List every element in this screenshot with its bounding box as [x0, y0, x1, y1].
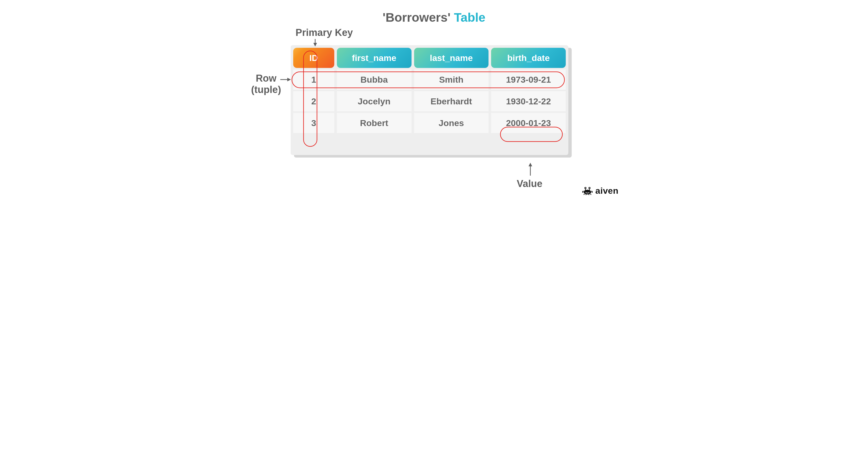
cell-birth-date-1: 1930-12-22	[491, 91, 566, 111]
svg-point-9	[589, 188, 590, 188]
diagram-title: 'Borrowers' Table	[240, 10, 628, 25]
cell-last-name-2: Jones	[414, 113, 489, 133]
header-id: ID	[293, 48, 334, 68]
crab-icon	[582, 187, 593, 195]
cell-first-name-0: Bubba	[337, 69, 411, 90]
borrowers-table: ID 1 2 3 first_name Bubba Jocelyn Robert…	[291, 45, 568, 155]
label-row-tuple: Row (tuple)	[245, 73, 287, 95]
column-last-name: last_name Smith Eberhardt Jones	[414, 48, 489, 150]
column-birth-date: birth_date 1973-09-21 1930-12-22 2000-01…	[491, 48, 566, 150]
brand: aiven	[582, 186, 618, 196]
table-card: ID 1 2 3 first_name Bubba Jocelyn Robert…	[291, 45, 568, 155]
svg-marker-3	[287, 78, 291, 82]
diagram-canvas: 'Borrowers' Table Primary Key Row (tuple…	[240, 0, 628, 201]
cell-first-name-2: Robert	[337, 113, 411, 133]
cell-id-0: 1	[293, 69, 334, 90]
header-birth-date: birth_date	[491, 48, 566, 68]
header-first-name: first_name	[337, 48, 411, 68]
cell-id-1: 2	[293, 91, 334, 111]
svg-marker-5	[529, 163, 532, 166]
brand-name: aiven	[595, 186, 618, 196]
label-value: Value	[502, 178, 557, 190]
cell-first-name-1: Jocelyn	[337, 91, 411, 111]
column-id: ID 1 2 3	[293, 48, 334, 150]
title-word: Table	[454, 10, 486, 24]
label-primary-key: Primary Key	[294, 27, 354, 38]
column-first-name: first_name Bubba Jocelyn Robert	[337, 48, 411, 150]
arrow-value	[529, 163, 532, 175]
svg-point-8	[585, 188, 586, 188]
cell-birth-date-0: 1973-09-21	[491, 69, 566, 90]
svg-point-12	[584, 190, 591, 194]
title-quoted: 'Borrowers'	[382, 10, 451, 24]
cell-id-2: 3	[293, 113, 334, 133]
label-row-line2: (tuple)	[251, 84, 281, 95]
label-row-line1: Row	[256, 73, 276, 84]
cell-birth-date-2: 2000-01-23	[491, 113, 566, 133]
cell-last-name-1: Eberhardt	[414, 91, 489, 111]
cell-last-name-0: Smith	[414, 69, 489, 90]
header-last-name: last_name	[414, 48, 489, 68]
